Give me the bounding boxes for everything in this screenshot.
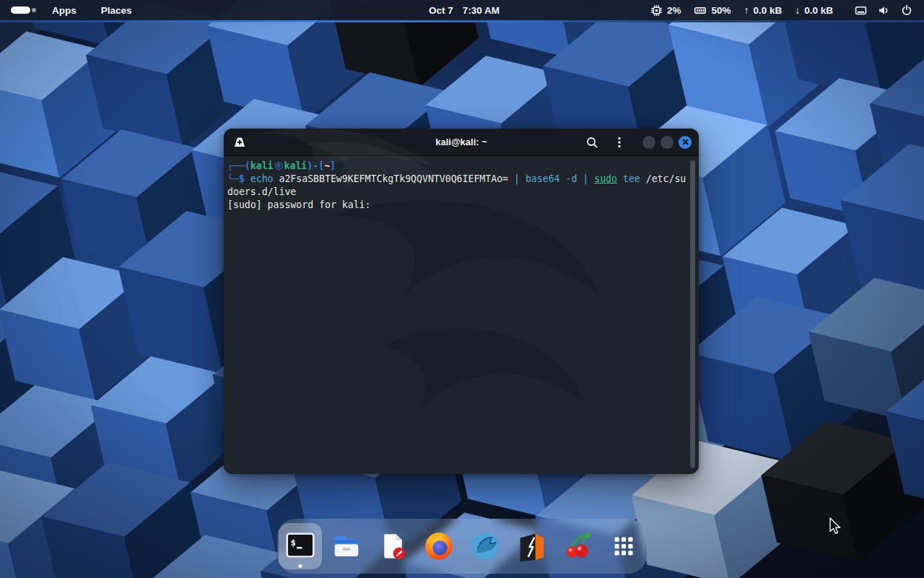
close-icon bbox=[681, 138, 689, 146]
power-icon bbox=[901, 4, 912, 16]
file-manager-icon bbox=[330, 530, 363, 563]
top-panel: Apps Places Oct 7 7:30 AM 2% bbox=[0, 0, 924, 20]
dock-item-cherrytree[interactable] bbox=[556, 523, 599, 569]
menu-button[interactable] bbox=[611, 134, 628, 151]
power-tray-button[interactable] bbox=[898, 1, 915, 19]
memory-indicator: 50% bbox=[694, 4, 731, 17]
minimize-button[interactable] bbox=[642, 136, 655, 149]
clock-date: Oct 7 bbox=[429, 5, 453, 16]
net-down-value: 0.0 kB bbox=[804, 5, 833, 16]
dock: $ bbox=[277, 519, 647, 574]
net-up-indicator: ↑ 0.0 kB bbox=[744, 4, 782, 16]
volume-tray-button[interactable] bbox=[875, 1, 892, 19]
new-tab-icon bbox=[232, 134, 248, 150]
cpu-value: 2% bbox=[667, 5, 681, 16]
volume-icon bbox=[878, 4, 890, 17]
memory-icon bbox=[694, 4, 707, 17]
apps-menu[interactable]: Apps bbox=[43, 2, 85, 19]
close-button[interactable] bbox=[679, 136, 692, 149]
clock[interactable]: Oct 7 7:30 AM bbox=[429, 0, 500, 20]
cpu-icon bbox=[650, 4, 663, 17]
wireshark-icon bbox=[468, 530, 502, 563]
desktop: Apps Places Oct 7 7:30 AM 2% bbox=[0, 0, 924, 578]
dock-item-show-apps[interactable] bbox=[602, 523, 645, 569]
terminal-icon: $ bbox=[284, 530, 317, 563]
terminal-line: [sudo] password for kali: bbox=[227, 199, 689, 212]
dock-item-firefox[interactable] bbox=[417, 523, 461, 569]
terminal-line: doers.d/live bbox=[227, 186, 689, 199]
display-tray-button[interactable] bbox=[852, 1, 869, 19]
net-down-indicator: ↓ 0.0 kB bbox=[795, 4, 833, 16]
search-button[interactable] bbox=[583, 134, 601, 151]
terminal-scrollbar[interactable] bbox=[690, 160, 695, 468]
text-editor-icon bbox=[376, 530, 409, 563]
terminal-window: kali@kali: ~ bbox=[224, 129, 699, 474]
memory-value: 50% bbox=[711, 5, 731, 16]
display-icon bbox=[855, 4, 867, 17]
dock-item-burpsuite[interactable] bbox=[510, 523, 553, 569]
places-menu[interactable]: Places bbox=[92, 2, 141, 19]
search-icon bbox=[585, 135, 599, 150]
dock-item-file-manager[interactable] bbox=[325, 523, 368, 569]
svg-text:$: $ bbox=[291, 537, 297, 548]
cherrytree-icon bbox=[561, 530, 594, 563]
workspace-indicator[interactable] bbox=[11, 7, 36, 14]
terminal-body[interactable]: ┌──(kalikali)-[~]└─$ echo a2FsaSBBTEw9KE… bbox=[224, 156, 699, 474]
firefox-icon bbox=[422, 530, 456, 563]
terminal-line: └─$ echo a2FsaSBBTEw9KEFMTCkgTk9QQVNTV0Q… bbox=[227, 173, 689, 186]
dock-item-wireshark[interactable] bbox=[463, 523, 507, 569]
terminal-line: ┌──(kalikali)-[~] bbox=[227, 160, 689, 173]
terminal-content: ┌──(kalikali)-[~]└─$ echo a2FsaSBBTEw9KE… bbox=[227, 160, 689, 212]
kali-at-glyph bbox=[275, 162, 283, 170]
workspace-pill bbox=[11, 7, 30, 14]
new-tab-button[interactable] bbox=[231, 134, 248, 151]
mouse-cursor bbox=[829, 517, 843, 536]
clock-time: 7:30 AM bbox=[463, 5, 500, 16]
dock-item-terminal[interactable]: $ bbox=[279, 523, 322, 569]
burpsuite-icon bbox=[515, 530, 548, 563]
upload-arrow-icon: ↑ bbox=[744, 4, 749, 16]
show-apps-grid-icon bbox=[609, 532, 638, 561]
terminal-title: kali@kali: ~ bbox=[435, 137, 487, 147]
kebab-menu-icon bbox=[612, 135, 627, 150]
maximize-button[interactable] bbox=[661, 136, 674, 149]
workspace-dot bbox=[32, 8, 36, 12]
dock-item-text-editor[interactable] bbox=[371, 523, 414, 569]
net-up-value: 0.0 kB bbox=[753, 5, 782, 16]
terminal-titlebar[interactable]: kali@kali: ~ bbox=[224, 129, 699, 156]
download-arrow-icon: ↓ bbox=[795, 4, 800, 16]
cpu-indicator: 2% bbox=[650, 4, 681, 17]
